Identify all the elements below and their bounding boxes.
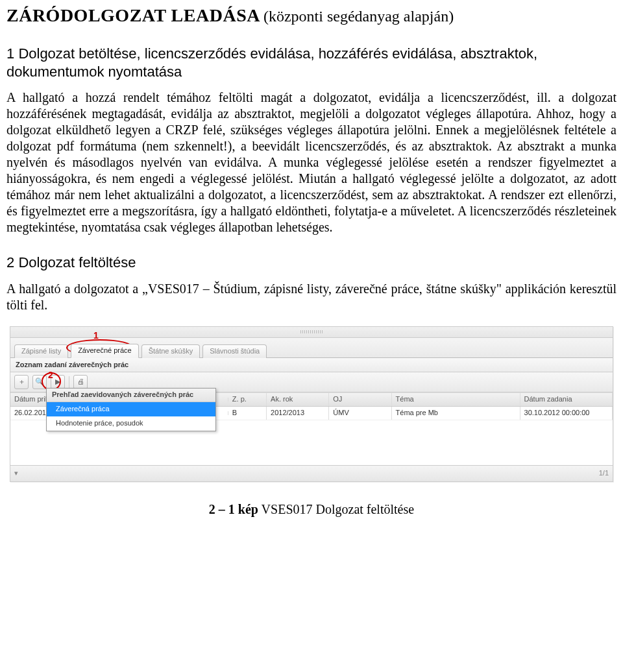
footer-left-icon: ▾	[14, 469, 18, 478]
cell-ak-rok: 2012/2013	[267, 407, 329, 420]
tab-statne-skusky[interactable]: Štátne skúšky	[141, 344, 200, 358]
window-top-strip	[10, 327, 613, 338]
heading-section-2: 2 Dolgozat feltöltése	[6, 254, 617, 272]
printer-icon: 🖨	[77, 378, 84, 387]
cell-oj: ÚMV	[329, 407, 391, 420]
col-tema[interactable]: Téma	[392, 393, 520, 406]
title-main: ZÁRÓDOLGOZAT LEADÁSA	[6, 5, 260, 25]
footer-count: 1/1	[599, 469, 609, 478]
grid-footer: ▾ 1/1	[10, 465, 613, 481]
ui-screenshot: Zápisné listy Záverečné práce Štátne skú…	[10, 326, 613, 483]
cell-zp: B	[228, 407, 267, 420]
dropdown-header: Prehľad zaevidovaných záverečných prác	[47, 389, 215, 402]
heading-2-text: Dolgozat feltöltése	[18, 254, 136, 270]
toolbar-separator	[69, 376, 69, 388]
dropdown-item-zaverecna-praca[interactable]: Záverečná práca	[47, 402, 215, 416]
col-oj[interactable]: OJ	[329, 393, 391, 406]
tabs-row: Zápisné listy Záverečné práce Štátne skú…	[10, 338, 613, 358]
figure-caption: 2 – 1 kép VSES017 Dolgozat feltöltése	[6, 501, 617, 518]
plus-icon: ＋	[18, 378, 25, 387]
toolbar-run-button[interactable]: ▶	[51, 375, 65, 389]
caption-text: VSES017 Dolgozat feltöltése	[262, 502, 415, 516]
context-dropdown: Prehľad zaevidovaných záverečných prác Z…	[46, 388, 216, 431]
toolbar-zoom-button[interactable]: 🔍	[32, 375, 47, 389]
cell-tema: Téma pre Mb	[392, 407, 520, 420]
tab-slavnosti-studia[interactable]: Slávnosti štúdia	[202, 344, 267, 358]
heading-1-num: 1	[6, 45, 14, 62]
cell-datum-zadania: 30.10.2012 00:00:00	[520, 407, 613, 420]
magnifier-icon: 🔍	[35, 378, 44, 387]
caption-num: 2 – 1 kép	[209, 502, 258, 516]
paragraph-1: A hallgató a hozzá rendelt témához feltö…	[6, 90, 617, 235]
dropdown-item-hodnotenie[interactable]: Hodnotenie práce, posudok	[47, 416, 215, 431]
toolbar: ＋ 🔍 ▶ 🖨 2 Prehľad zaevidovaných záverečn…	[10, 372, 613, 392]
tab-zapisne-listy[interactable]: Zápisné listy	[14, 344, 68, 358]
heading-1-text: Dolgozat betöltése, licencszerződés evid…	[6, 45, 537, 80]
toolbar-print-button[interactable]: 🖨	[73, 375, 88, 389]
paragraph-2: A hallgató a dolgozatot a „VSES017 – Štú…	[6, 281, 617, 313]
heading-section-1: 1 Dolgozat betöltése, licencszerződés ev…	[6, 45, 617, 80]
grip-icon	[300, 330, 323, 333]
col-zp[interactable]: Z. p.	[228, 393, 267, 406]
section-title: Zoznam zadaní záverečných prác	[10, 358, 613, 373]
play-icon: ▶	[55, 378, 60, 387]
toolbar-add-button[interactable]: ＋	[14, 375, 29, 389]
heading-2-num: 2	[6, 254, 14, 270]
col-datum-zadania[interactable]: Dátum zadania	[520, 393, 613, 406]
col-ak-rok[interactable]: Ak. rok	[267, 393, 329, 406]
title-paren: (központi segédanyag alapján)	[263, 8, 454, 25]
page-title: ZÁRÓDOLGOZAT LEADÁSA (központi segédanya…	[6, 4, 617, 27]
tab-zaverecne-prace[interactable]: Záverečné práce	[71, 344, 139, 358]
